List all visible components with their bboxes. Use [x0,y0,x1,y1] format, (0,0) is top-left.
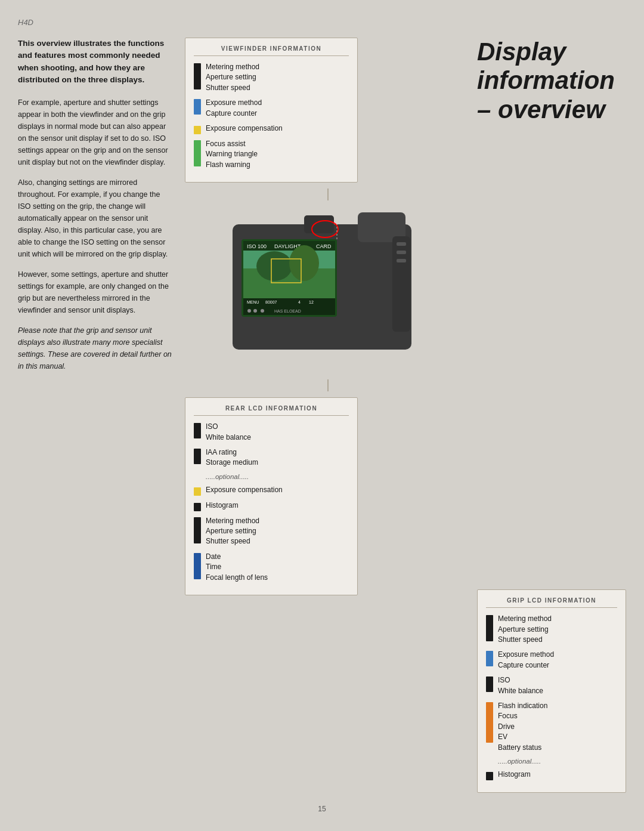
rear-row-5: Metering methodAperture settingShutter s… [194,516,349,547]
spacer [477,136,626,583]
grip-item-4: Flash indicationFocusDriveEVBattery stat… [498,701,547,753]
rear-item-5: Metering methodAperture settingShutter s… [206,516,259,547]
grip-black-1 [486,615,493,641]
viewfinder-item-3: Exposure compensation [206,123,283,134]
rear-black-1 [194,423,201,438]
rear-item-1: ISOWhite balance [206,422,251,443]
rear-black-4 [194,517,201,543]
connector-bottom [327,379,329,391]
grip-row-1: Metering methodAperture settingShutter s… [486,614,617,645]
svg-rect-26 [397,259,406,262]
grip-blue [486,651,493,666]
intro-para-3: However, some settings, aperture and shu… [18,268,172,316]
page: H4D This overview illustrates the functi… [0,0,644,831]
connector-top [327,189,329,200]
rear-black-2 [194,449,201,464]
svg-text:4: 4 [298,300,301,304]
green-block-1 [194,140,201,166]
rear-row-4: Histogram [194,501,349,511]
grip-item-5: Histogram [498,770,531,780]
rear-item-6: DateTimeFocal length of lens [206,552,268,583]
intro-italic: Please note that the grip and sensor uni… [18,325,172,372]
grip-black-2 [486,676,493,692]
rear-black-3 [194,503,201,511]
svg-rect-24 [397,242,406,246]
grip-lcd-info-box: GRIP LCD INFORMATION Metering methodAper… [477,589,626,793]
svg-point-20 [253,309,257,313]
svg-text:12: 12 [309,300,314,304]
brand-tag: H4D [18,18,626,27]
camera-container: ISO 100 DAYLIGHT CARD MENU 80007 4 12 [221,206,435,373]
rear-row-3: Exposure compensation [194,485,349,496]
rear-lcd-title: REAR LCD INFORMATION [194,405,349,416]
svg-text:MENU: MENU [247,300,259,304]
grip-row-2: Exposure methodCapture counter [486,650,617,671]
svg-rect-2 [304,215,334,233]
intro-bold: This overview illustrates the functions … [18,38,172,86]
grip-lcd-title: GRIP LCD INFORMATION [486,597,617,608]
svg-text:CARD: CARD [316,243,332,249]
grip-item-3: ISOWhite balance [498,675,543,696]
rear-dark-blue [194,553,201,579]
yellow-block-1 [194,126,201,134]
svg-point-11 [256,251,292,281]
main-layout: This overview illustrates the functions … [18,38,626,793]
right-column: Display information – overview GRIP LCD … [471,38,626,793]
svg-point-21 [261,309,264,313]
viewfinder-info-box: VIEWFINDER INFORMATION Metering methodAp… [185,38,358,183]
rear-row-2: IAA ratingStorage medium [194,447,349,468]
svg-text:ISO 100: ISO 100 [247,243,267,249]
intro-para-2: Also, changing settings are mirrored thr… [18,177,172,260]
viewfinder-item-2: Exposure methodCapture counter [206,98,262,119]
viewfinder-row-1: Metering methodAperture settingShutter s… [194,62,349,93]
svg-point-19 [247,309,251,313]
grip-item-1: Metering methodAperture settingShutter s… [498,614,552,645]
blue-block-1 [194,99,201,115]
rear-lcd-info-box: REAR LCD INFORMATION ISOWhite balance IA… [185,397,358,595]
black-block-1 [194,63,201,89]
rear-item-4: Histogram [206,501,239,511]
viewfinder-item-1: Metering methodAperture settingShutter s… [206,62,259,93]
grip-item-2: Exposure methodCapture counter [498,650,554,671]
intro-para-1: For example, aperture and shutter settin… [18,97,172,168]
rear-row-6: DateTimeFocal length of lens [194,552,349,583]
viewfinder-row-3: Exposure compensation [194,123,349,134]
viewfinder-row-4: Focus assistWarning triangleFlash warnin… [194,139,349,170]
viewfinder-item-4: Focus assistWarning triangleFlash warnin… [206,139,258,170]
rear-row-1: ISOWhite balance [194,422,349,443]
svg-point-12 [289,245,319,281]
camera-svg: ISO 100 DAYLIGHT CARD MENU 80007 4 12 [221,206,435,362]
grip-row-3: ISOWhite balance [486,675,617,696]
grip-row-5: Histogram [486,770,617,780]
page-title: Display information – overview [477,38,626,124]
grip-orange [486,702,493,743]
grip-row-4: Flash indicationFocusDriveEVBattery stat… [486,701,617,753]
grip-black-3 [486,772,493,780]
viewfinder-row-2: Exposure methodCapture counter [194,98,349,119]
page-number: 15 [18,805,626,813]
svg-rect-25 [397,251,406,254]
rear-item-2: IAA ratingStorage medium [206,447,258,468]
rear-optional-1: .....optional..... [206,473,349,480]
svg-text:80007: 80007 [265,300,277,304]
viewfinder-title: VIEWFINDER INFORMATION [194,45,349,56]
rear-item-3: Exposure compensation [206,485,283,495]
left-column: This overview illustrates the functions … [18,38,185,793]
svg-text:HAS ELOEAD: HAS ELOEAD [274,309,301,313]
center-column: VIEWFINDER INFORMATION Metering methodAp… [185,38,471,793]
grip-optional: .....optional..... [498,758,617,765]
rear-yellow [194,487,201,496]
